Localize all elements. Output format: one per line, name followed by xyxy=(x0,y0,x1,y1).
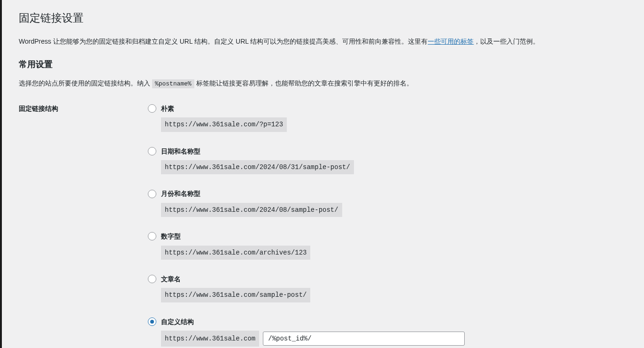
example-day-name: https://www.361sale.com/2024/08/31/sampl… xyxy=(161,160,354,174)
intro-text-post: ，以及一些入门范例。 xyxy=(474,38,539,45)
common-settings-heading: 常用设置 xyxy=(19,58,627,71)
permalink-structure-form: 固定链接结构 朴素 https://www.361sale.com/?p=123… xyxy=(19,103,627,347)
option-post-name: 文章名 https://www.361sale.com/sample-post/ xyxy=(148,274,627,302)
example-post-name: https://www.361sale.com/sample-post/ xyxy=(161,288,310,302)
option-numeric: 数字型 https://www.361sale.com/archives/123 xyxy=(148,231,627,260)
example-numeric: https://www.361sale.com/archives/123 xyxy=(161,246,310,260)
page-title: 固定链接设置 xyxy=(19,9,627,27)
label-month-name[interactable]: 月份和名称型 xyxy=(161,188,200,199)
label-numeric[interactable]: 数字型 xyxy=(161,231,181,241)
postname-tag-code: %postname% xyxy=(152,79,194,88)
intro-paragraph: WordPress 让您能够为您的固定链接和归档建立自定义 URL 结构。自定义… xyxy=(19,36,627,46)
radio-month-name[interactable] xyxy=(148,190,156,198)
radio-custom[interactable] xyxy=(148,317,156,326)
label-custom[interactable]: 自定义结构 xyxy=(161,317,194,327)
option-custom: 自定义结构 https://www.361sale.com xyxy=(148,317,627,347)
common-settings-desc: 选择您的站点所要使用的固定链接结构。纳入 %postname% 标签能让链接更容… xyxy=(19,78,627,89)
radio-day-name[interactable] xyxy=(148,147,156,155)
option-month-name: 月份和名称型 https://www.361sale.com/2024/08/s… xyxy=(148,188,627,217)
radio-numeric[interactable] xyxy=(148,232,156,240)
available-tags-link[interactable]: 一些可用的标签 xyxy=(428,38,474,45)
label-day-name[interactable]: 日期和名称型 xyxy=(161,146,200,156)
option-plain: 朴素 https://www.361sale.com/?p=123 xyxy=(148,103,627,132)
example-month-name: https://www.361sale.com/2024/08/sample-p… xyxy=(161,203,342,217)
custom-structure-input[interactable] xyxy=(263,332,465,346)
custom-url-prefix: https://www.361sale.com xyxy=(161,331,259,347)
desc-post: 标签能让链接更容易理解，也能帮助您的文章在搜索引擎中有更好的排名。 xyxy=(194,79,413,87)
permalink-options: 朴素 https://www.361sale.com/?p=123 日期和名称型… xyxy=(148,103,627,347)
radio-plain[interactable] xyxy=(148,104,156,113)
option-day-name: 日期和名称型 https://www.361sale.com/2024/08/3… xyxy=(148,146,627,175)
label-post-name[interactable]: 文章名 xyxy=(161,274,181,284)
example-plain: https://www.361sale.com/?p=123 xyxy=(161,117,287,131)
label-plain[interactable]: 朴素 xyxy=(161,103,174,114)
permalink-structure-label: 固定链接结构 xyxy=(19,103,148,114)
desc-pre: 选择您的站点所要使用的固定链接结构。纳入 xyxy=(19,79,152,87)
intro-text-pre: WordPress 让您能够为您的固定链接和归档建立自定义 URL 结构。自定义… xyxy=(19,38,428,45)
radio-post-name[interactable] xyxy=(148,275,156,283)
